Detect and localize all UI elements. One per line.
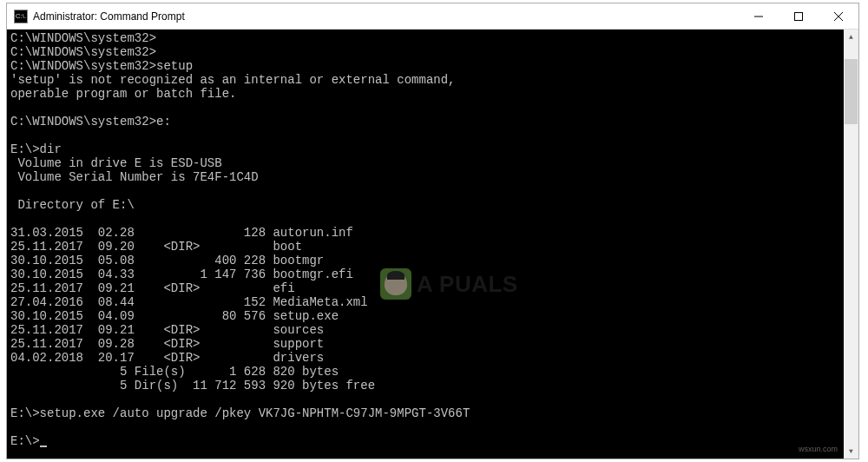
- command-prompt-window: C:\. Administrator: Command Prompt C:\WI…: [6, 3, 859, 459]
- svg-rect-1: [795, 12, 803, 20]
- maximize-button[interactable]: [779, 3, 819, 29]
- window-controls: [739, 3, 858, 29]
- vertical-scrollbar[interactable]: ▲ ▼: [844, 30, 858, 459]
- scroll-up-button[interactable]: ▲: [844, 30, 858, 44]
- close-button[interactable]: [819, 3, 858, 29]
- minimize-icon: [754, 12, 763, 21]
- scrollbar-thumb[interactable]: [845, 59, 858, 124]
- maximize-icon: [794, 12, 803, 21]
- scroll-down-button[interactable]: ▼: [844, 444, 858, 459]
- window-title: Administrator: Command Prompt: [33, 10, 739, 23]
- close-icon: [834, 12, 843, 21]
- terminal-output[interactable]: C:\WINDOWS\system32> C:\WINDOWS\system32…: [7, 30, 844, 459]
- terminal-container: C:\WINDOWS\system32> C:\WINDOWS\system32…: [7, 30, 858, 459]
- titlebar[interactable]: C:\. Administrator: Command Prompt: [7, 3, 858, 30]
- minimize-button[interactable]: [739, 3, 779, 29]
- scrollbar-track[interactable]: [844, 44, 858, 444]
- command-prompt-icon: C:\.: [14, 10, 28, 23]
